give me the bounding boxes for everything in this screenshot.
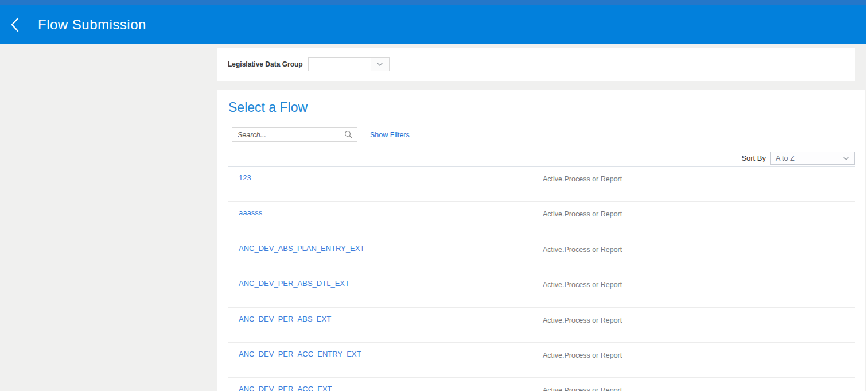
legislative-data-group-band: Legislative Data Group [217,48,855,81]
flow-status: Active.Process or Report [543,281,622,289]
flow-status: Active.Process or Report [543,386,622,391]
flow-status: Active.Process or Report [543,175,622,183]
select-a-flow-panel: Select a Flow Show Filters Sort By A to … [217,90,865,391]
flow-link[interactable]: ANC_DEV_PER_ACC_EXT [239,385,332,391]
top-accent-bar [0,0,868,5]
heading-divider [228,122,855,122]
chevron-down-icon [371,58,389,71]
flow-link[interactable]: 123 [239,173,251,182]
flow-row: ANC_DEV_PER_ABS_EXT Active.Process or Re… [228,308,855,343]
legislative-data-group-select[interactable] [308,57,390,71]
search-box [232,127,357,142]
flow-list: 123 Active.Process or Report aaasss Acti… [228,167,855,391]
flow-status: Active.Process or Report [543,210,622,218]
flow-row: ANC_DEV_PER_ACC_ENTRY_EXT Active.Process… [228,343,855,378]
search-row-divider [228,148,855,148]
search-icon [344,130,353,139]
flow-row: aaasss Active.Process or Report [228,202,855,237]
back-button[interactable] [8,15,22,34]
flow-row: ANC_DEV_PER_ACC_EXT Active.Process or Re… [228,378,855,391]
flow-link[interactable]: ANC_DEV_ABS_PLAN_ENTRY_EXT [239,244,364,253]
flow-link[interactable]: ANC_DEV_PER_ABS_DTL_EXT [239,279,349,288]
flow-status: Active.Process or Report [543,246,622,254]
flow-link[interactable]: ANC_DEV_PER_ABS_EXT [239,315,331,323]
flow-link[interactable]: ANC_DEV_PER_ACC_ENTRY_EXT [239,350,361,358]
flow-row: ANC_DEV_PER_ABS_DTL_EXT Active.Process o… [228,272,855,307]
page-title: Flow Submission [38,17,146,33]
show-filters-link[interactable]: Show Filters [370,131,410,139]
select-a-flow-heading: Select a Flow [228,100,308,115]
app-header: Flow Submission [0,5,868,44]
flow-link[interactable]: aaasss [239,208,262,217]
chevron-down-icon [843,156,854,161]
sort-by-label: Sort By [731,154,766,162]
search-input[interactable] [232,128,343,141]
legislative-data-group-label: Legislative Data Group [228,60,303,68]
flow-row: ANC_DEV_ABS_PLAN_ENTRY_EXT Active.Proces… [228,237,855,272]
flow-status: Active.Process or Report [543,316,622,324]
sort-by-select[interactable]: A to Z [770,152,855,165]
sort-by-value: A to Z [771,154,843,162]
flow-row: 123 Active.Process or Report [228,167,855,202]
search-button[interactable] [343,130,357,139]
chevron-left-icon [10,17,20,32]
flow-status: Active.Process or Report [543,351,622,359]
